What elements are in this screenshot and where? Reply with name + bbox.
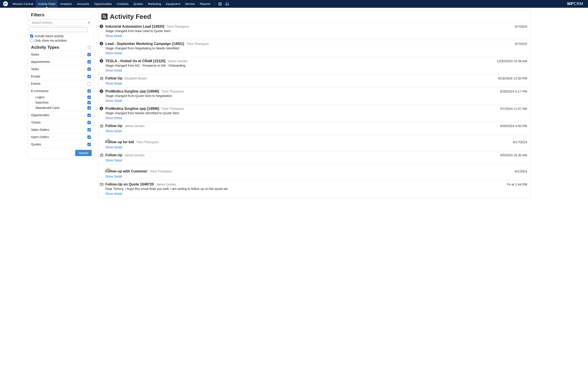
type-checkbox[interactable]: [87, 106, 91, 110]
type-checkbox[interactable]: [87, 75, 91, 78]
nav-item-analytics[interactable]: Analytics: [58, 0, 74, 8]
type-checkbox[interactable]: [87, 128, 91, 132]
show-detail-link[interactable]: Show Detail: [105, 116, 122, 120]
show-detail-link[interactable]: Show Detail: [105, 69, 122, 72]
feed-subject[interactable]: Follow Up: [105, 76, 122, 80]
feed-subject[interactable]: TESLA - Visited Us at CRaM [15125]: [105, 59, 165, 63]
brand-label: WPCRM: [567, 0, 586, 8]
svg-rect-6: [101, 79, 102, 79]
clear-search-icon[interactable]: ✕: [87, 21, 90, 25]
type-checkbox[interactable]: [87, 101, 91, 104]
types-master-checkbox[interactable]: [88, 46, 91, 49]
type-e-commerce[interactable]: E-commerce: [28, 87, 94, 94]
feed-subject[interactable]: Follow-Up on Quote 1048720: [105, 182, 154, 186]
feed-subject[interactable]: Follow Up: [105, 124, 122, 128]
feed-item: $Industrial Automation Lead [14920]Trent…: [98, 23, 530, 40]
nav-item-opportunities[interactable]: Opportunities: [92, 0, 114, 8]
calendar-icon: [100, 153, 104, 157]
feed-subject[interactable]: Lead - September Marketing Campaign [149…: [105, 42, 184, 46]
type-opportunities[interactable]: Opportunities: [28, 112, 94, 119]
svg-rect-5: [101, 79, 101, 79]
show-detail-link[interactable]: Show Detail: [105, 175, 122, 178]
feed-description: Stage changed from Negotiating to Needs …: [105, 46, 527, 50]
type-checkbox[interactable]: [87, 113, 91, 117]
show-detail-link[interactable]: Show Detail: [105, 82, 122, 85]
type-notes[interactable]: Notes: [28, 51, 94, 58]
feed-item: Follow UpJames Gerdes4/30/2024 4:30 PMSh…: [98, 122, 530, 135]
type-checkbox[interactable]: [87, 53, 91, 56]
type-quotes[interactable]: Quotes: [28, 141, 94, 148]
nav-item-equipment[interactable]: Equipment: [163, 0, 183, 8]
filters-panel: Filters ✕ Include future activity Only s…: [28, 10, 94, 159]
nav-item-accounts[interactable]: Accounts: [74, 0, 92, 8]
feed-subject[interactable]: ProMedica Surgline opp [14946]: [105, 89, 159, 93]
type-checkbox[interactable]: [87, 143, 91, 146]
feed-date: 4/17/2024: [513, 140, 527, 144]
feed-item: Follow UpJames Gerdes4/5/2024 10:30 AMSh…: [98, 151, 530, 164]
feed-item: $ProMedica Surgline opp [14946]Trent Tho…: [98, 105, 530, 122]
type-checkbox[interactable]: [87, 135, 91, 139]
svg-rect-21: [102, 155, 103, 156]
activity-feed-panel: Activity Feed $Industrial Automation Lea…: [98, 10, 530, 198]
type-label: Appointments: [31, 60, 50, 63]
type-label: Tasks: [31, 67, 39, 71]
feed-description: Stage changed from Raw Lead to Quote Sen…: [105, 29, 527, 33]
nav-item-reports[interactable]: Reports: [198, 0, 213, 8]
nav-item-service[interactable]: Service: [183, 0, 198, 8]
search-button[interactable]: Search: [75, 150, 92, 156]
show-detail-link[interactable]: Show Detail: [105, 158, 122, 162]
feed-date: 3/7/2025: [515, 25, 527, 28]
feed-item: Follow up with CustomerTrent Thompson4/1…: [98, 164, 530, 180]
nav-item-quotes[interactable]: Quotes: [131, 0, 146, 8]
type-checkbox[interactable]: [87, 60, 91, 63]
type-tasks[interactable]: Tasks: [28, 65, 94, 73]
type-logins[interactable]: Logins: [28, 94, 94, 100]
type-sales-orders[interactable]: Sales Orders: [28, 126, 94, 134]
feed-user: James Gerdes: [156, 183, 176, 186]
type-abandoned-carts[interactable]: Abandoned Carts: [28, 105, 94, 112]
nav-item-mission-central[interactable]: Mission Central: [10, 0, 36, 8]
rss-icon: [101, 13, 108, 20]
secondary-filter-input[interactable]: [30, 27, 88, 32]
opportunity-icon: $: [100, 107, 103, 110]
nav-item-marketing[interactable]: Marketing: [146, 0, 163, 8]
feed-date: 4/1/2024: [515, 170, 527, 173]
type-checkbox[interactable]: [87, 89, 91, 93]
settings-icon[interactable]: [217, 0, 224, 8]
type-events[interactable]: Events: [28, 80, 94, 87]
feed-description: Stage changed from Needs Identified to Q…: [105, 111, 527, 115]
feed-subject[interactable]: Follow up with Customer: [105, 169, 147, 173]
type-tickets[interactable]: Tickets: [28, 119, 94, 126]
type-emails[interactable]: Emails: [28, 73, 94, 80]
show-detail-link[interactable]: Show Detail: [105, 129, 122, 133]
top-navbar: WP Mission CentralActivity FeedAnalytics…: [0, 0, 588, 8]
mail-icon: [100, 182, 104, 186]
type-checkbox[interactable]: [87, 121, 91, 124]
support-icon[interactable]: [224, 0, 231, 8]
type-searches[interactable]: Searches: [28, 100, 94, 105]
show-detail-link[interactable]: Show Detail: [105, 99, 122, 103]
type-label: Events: [31, 82, 41, 85]
type-checkbox[interactable]: [87, 68, 91, 71]
feed-subject[interactable]: ProMedica Surgline opp [14946]: [105, 107, 159, 111]
feed-subject[interactable]: Follow Up: [105, 153, 122, 157]
only-mine-checkbox[interactable]: Only show my activities: [28, 38, 94, 43]
type-label: Open Orders: [31, 135, 49, 139]
type-open-orders[interactable]: Open Orders: [28, 134, 94, 141]
type-appointments[interactable]: Appointments: [28, 58, 94, 65]
feed-subject[interactable]: Industrial Automation Lead [14920]: [105, 25, 164, 29]
show-detail-link[interactable]: Show Detail: [105, 51, 122, 55]
feed-item: $Lead - September Marketing Campaign [14…: [98, 40, 530, 57]
type-checkbox[interactable]: [87, 96, 91, 99]
nav-item-contacts[interactable]: Contacts: [114, 0, 131, 8]
svg-rect-20: [101, 155, 102, 156]
show-detail-link[interactable]: Show Detail: [105, 192, 122, 196]
type-label: Opportunities: [31, 113, 49, 117]
type-checkbox[interactable]: [87, 82, 91, 85]
include-future-checkbox[interactable]: Include future activity: [28, 34, 94, 38]
show-detail-link[interactable]: Show Detail: [105, 34, 122, 38]
search-input[interactable]: [30, 19, 92, 26]
show-detail-link[interactable]: Show Detail: [105, 145, 122, 149]
app-logo[interactable]: WP: [3, 1, 8, 6]
nav-item-activity-feed[interactable]: Activity Feed: [36, 0, 58, 8]
